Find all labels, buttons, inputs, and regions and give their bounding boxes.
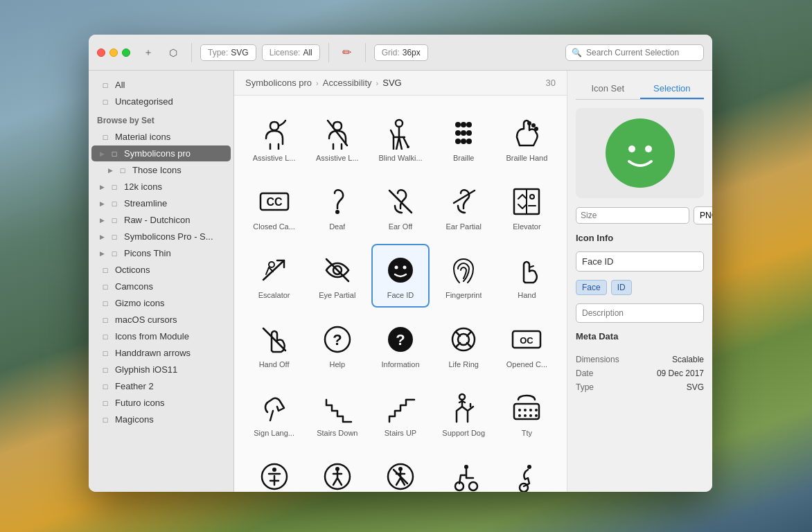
svg-point-17	[335, 210, 339, 214]
icon-cell-braille-hand[interactable]: Braille Hand	[498, 107, 556, 170]
icon-cell-universal2[interactable]: Universal...	[308, 450, 366, 492]
icon-cell-life-ring[interactable]: Life Ring	[435, 313, 493, 376]
icon-cell-sign-lang[interactable]: Sign Lang...	[245, 382, 303, 445]
type-filter[interactable]: Type: SVG	[200, 44, 256, 61]
blind-icon	[384, 116, 417, 150]
color-button[interactable]: ✏	[337, 43, 357, 62]
svg-point-62	[615, 128, 665, 178]
icon-cell-assistive2[interactable]: Assistive L...	[308, 107, 366, 170]
eye-partial-label: Eye Partial	[319, 291, 355, 300]
svg-point-10	[461, 139, 466, 144]
those-arrow-icon: ▶	[108, 167, 113, 174]
raw-icon: □	[109, 216, 120, 224]
sidebar-item-gizmo[interactable]: □ Gizmo icons	[91, 295, 231, 311]
icon-cell-universal1[interactable]: Universal...	[245, 450, 303, 492]
export-button[interactable]: ⬡	[164, 43, 183, 62]
information-icon: ?	[384, 323, 417, 356]
icon-cell-tty[interactable]: Tty	[498, 382, 556, 445]
sign-lang-label: Sign Lang...	[254, 429, 294, 438]
icon-cell-elevator[interactable]: Elevator	[498, 175, 556, 238]
sidebar-item-icons-from-module[interactable]: □ Icons from Module	[91, 328, 231, 344]
svg-point-47	[524, 414, 527, 417]
icon-cell-closed-ca[interactable]: CC Closed Ca...	[245, 175, 303, 238]
icon-cell-ear-off[interactable]: Ear Off	[371, 175, 429, 238]
icon-cell-wheelchair2[interactable]: Wheelchai...	[498, 450, 556, 492]
description-input[interactable]	[576, 303, 704, 323]
icon-cell-blind[interactable]: Blind Walki...	[371, 107, 429, 170]
12k-arrow-icon: ▶	[100, 184, 105, 190]
assistive2-label: Assistive L...	[316, 154, 359, 163]
sidebar-item-magicons[interactable]: □ Magicons	[91, 411, 231, 427]
tag-id[interactable]: ID	[611, 280, 632, 295]
sidebar-item-macos[interactable]: □ macOS cursors	[91, 312, 231, 328]
icon-cell-support-dog[interactable]: Support Dog	[435, 382, 493, 445]
sidebar-item-handdrawn[interactable]: □ Handdrawn arrows	[91, 345, 231, 361]
closed-ca-icon: CC	[258, 185, 291, 218]
main-window: ＋ ⬡ Type: SVG License: All ✏ Grid: 36px …	[89, 35, 712, 492]
face-id-icon	[384, 254, 417, 287]
meta-key-type: Type	[576, 382, 594, 392]
svg-text:?: ?	[396, 331, 405, 348]
icon-cell-information[interactable]: ? Information	[371, 313, 429, 376]
gizmo-icon: □	[100, 299, 111, 308]
size-input[interactable]	[576, 207, 689, 224]
sidebar-item-camcons[interactable]: □ Camcons	[91, 278, 231, 294]
sidebar-item-glyphish[interactable]: □ Glyphish iOS11	[91, 362, 231, 378]
sidebar-item-12k[interactable]: ▶ □ 12k icons	[91, 179, 231, 195]
icon-cell-universal3[interactable]: Universal...	[371, 450, 429, 492]
license-filter[interactable]: License: All	[262, 44, 320, 61]
close-button[interactable]	[97, 48, 105, 57]
meta-row-type: Type SVG	[576, 380, 704, 394]
sidebar-item-streamline[interactable]: ▶ □ Streamline	[91, 195, 231, 211]
bc-accessibility[interactable]: Accessibility	[323, 78, 372, 88]
sidebar-item-those[interactable]: ▶ □ Those Icons	[91, 162, 231, 178]
sidebar-item-futuro[interactable]: □ Futuro icons	[91, 395, 231, 411]
sidebar-item-sym-pro-s[interactable]: ▶ □ Symbolicons Pro - S...	[91, 229, 231, 245]
icon-cell-fingerprint[interactable]: Fingerprint	[435, 244, 493, 307]
icon-cell-help[interactable]: ? Help	[308, 313, 366, 376]
sidebar-item-symbolicons[interactable]: ▶ □ Symbolicons pro	[91, 145, 231, 161]
sidebar-item-raw[interactable]: ▶ □ Raw - Dutchicon	[91, 212, 231, 228]
meta-title: Meta Data	[576, 331, 704, 342]
icon-cell-eye-partial[interactable]: Eye Partial	[308, 244, 366, 307]
sidebar-item-uncategorised[interactable]: □ Uncategorised	[91, 94, 231, 109]
sidebar-item-picons[interactable]: ▶ □ Picons Thin	[91, 245, 231, 261]
sym-pro-icon: □	[109, 233, 120, 241]
svg-point-60	[527, 465, 531, 469]
icon-cell-braille[interactable]: Braille	[435, 107, 493, 170]
icon-cell-ear-partial[interactable]: Ear Partial	[435, 175, 493, 238]
add-button[interactable]: ＋	[139, 43, 158, 62]
bc-symbolicons[interactable]: Symbolicons pro	[245, 78, 312, 88]
sidebar-item-material[interactable]: □ Material icons	[91, 129, 231, 145]
icon-cell-face-id[interactable]: Face ID	[371, 244, 429, 307]
svg-point-59	[469, 482, 477, 490]
handdrawn-icon: □	[100, 349, 111, 357]
icon-cell-hand[interactable]: Hand	[498, 244, 556, 307]
icon-cell-assistive1[interactable]: Assistive L...	[245, 107, 303, 170]
fullscreen-button[interactable]	[122, 48, 130, 57]
svg-point-13	[531, 123, 536, 127]
sidebar-item-all[interactable]: □ All	[91, 77, 231, 93]
tab-icon-set[interactable]: Icon Set	[576, 79, 640, 99]
icon-cell-stairs-down[interactable]: Stairs Down	[308, 382, 366, 445]
content-area: □ All □ Uncategorised Browse by Set □ Ma…	[89, 71, 712, 492]
svg-point-43	[524, 409, 527, 411]
sidebar-item-feather2[interactable]: □ Feather 2	[91, 378, 231, 394]
tab-selection[interactable]: Selection	[640, 79, 705, 99]
sidebar-item-octicons[interactable]: □ Octicons	[91, 262, 231, 278]
icon-cell-opened-c[interactable]: OC Opened C...	[498, 313, 556, 376]
format-select[interactable]: PNG SVG PDF	[694, 206, 712, 224]
icon-cell-wheelchair[interactable]: Wheelchair	[435, 450, 493, 492]
icon-cell-deaf[interactable]: Deaf	[308, 175, 366, 238]
minimize-button[interactable]	[109, 48, 118, 57]
icon-cell-stairs-up[interactable]: Stairs UP	[371, 382, 429, 445]
search-input[interactable]	[586, 48, 698, 57]
grid-filter[interactable]: Grid: 36px	[374, 44, 428, 61]
icon-cell-hand-off[interactable]: Hand Off	[245, 313, 303, 376]
panel-tabs: Icon Set Selection	[576, 79, 704, 100]
icon-cell-escalator[interactable]: Escalator	[245, 244, 303, 307]
tag-face[interactable]: Face	[576, 280, 607, 295]
wheelchair2-icon	[510, 460, 543, 492]
icon-name-input[interactable]	[576, 251, 704, 272]
assistive2-icon	[321, 116, 354, 150]
